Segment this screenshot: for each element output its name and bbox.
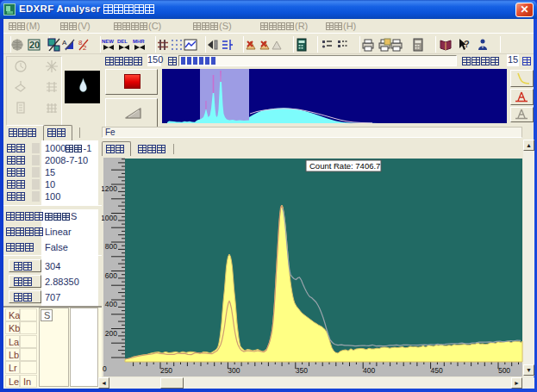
svg-text:1200: 1200 xyxy=(102,184,117,193)
svg-text:0: 0 xyxy=(103,364,107,373)
svg-text:250: 250 xyxy=(160,366,172,375)
svg-text:A: A xyxy=(62,39,67,47)
svg-text:450: 450 xyxy=(431,366,443,375)
svg-text:DEL: DEL xyxy=(117,39,128,44)
svg-text:NEW: NEW xyxy=(102,39,114,44)
svg-text:500: 500 xyxy=(498,366,510,375)
svg-text:Count Rate: 7406.7: Count Rate: 7406.7 xyxy=(309,161,380,171)
svg-text:350: 350 xyxy=(296,366,308,375)
svg-text:200: 200 xyxy=(105,329,117,338)
svg-text:600: 600 xyxy=(105,271,117,280)
svg-text:400: 400 xyxy=(105,300,117,308)
svg-text:1000: 1000 xyxy=(102,214,117,222)
svg-text:400: 400 xyxy=(363,366,375,375)
svg-text:20: 20 xyxy=(29,40,40,50)
svg-text:?: ? xyxy=(464,39,470,49)
svg-text:300: 300 xyxy=(228,366,240,375)
svg-text:800: 800 xyxy=(105,242,117,251)
svg-text:MHR: MHR xyxy=(133,39,145,44)
